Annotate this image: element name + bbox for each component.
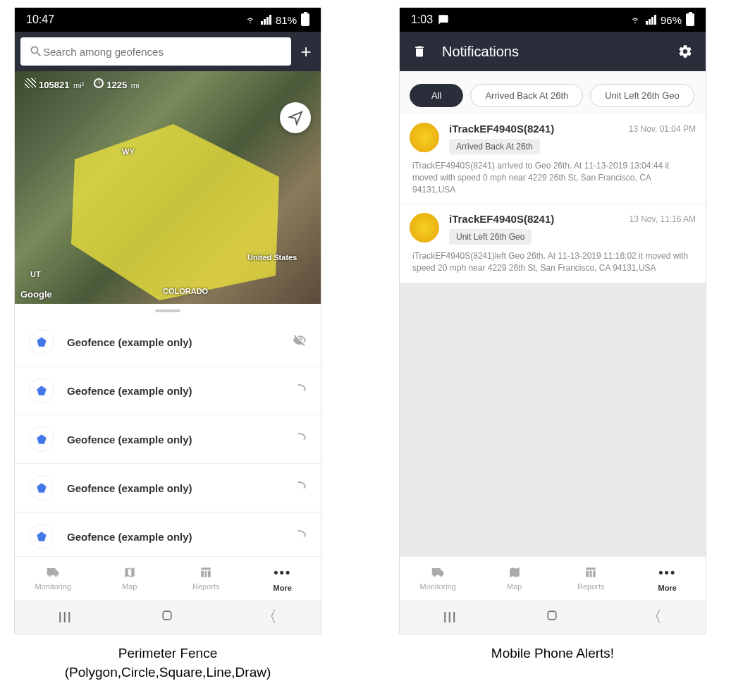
map-google: Google <box>20 289 52 300</box>
svg-rect-8 <box>548 611 556 620</box>
gear-icon[interactable] <box>677 44 693 59</box>
geofence-shape-icon <box>29 426 54 452</box>
notification-card[interactable]: iTrackEF4940S(8241)13 Nov, 11:16 AM Unit… <box>400 204 706 283</box>
notification-desc: iTrackEF4940S(8241) arrived to Geo 26th.… <box>410 160 696 195</box>
search-input[interactable] <box>43 46 283 58</box>
visibility-off-icon[interactable] <box>293 479 307 496</box>
nav-reports[interactable]: Reports <box>553 557 630 600</box>
recent-apps-button[interactable]: ||| <box>59 610 72 623</box>
filter-left[interactable]: Unit Left 26th Geo <box>590 84 694 107</box>
list-item[interactable]: Geofence (example only) <box>15 464 321 512</box>
list-item[interactable]: Geofence (example only) <box>15 415 321 464</box>
map[interactable]: 105821 mi² 1225 mi WY United States COLO… <box>15 71 321 304</box>
drag-handle[interactable] <box>15 304 321 318</box>
nav-monitoring[interactable]: Monitoring <box>15 557 92 600</box>
svg-marker-1 <box>37 337 46 346</box>
caption-right: Mobile Phone Alerts! <box>399 644 706 663</box>
table-icon <box>583 566 598 579</box>
page-title: Notifications <box>442 44 677 60</box>
van-icon <box>44 566 61 579</box>
svg-marker-4 <box>37 483 46 492</box>
filter-bar: All Arrived Back At 26th Unit Left 26th … <box>400 71 706 114</box>
home-button[interactable] <box>160 608 174 625</box>
visibility-off-icon[interactable] <box>293 382 307 399</box>
svg-marker-5 <box>37 532 46 541</box>
system-nav: ||| 〈 <box>400 600 706 634</box>
wifi-icon <box>244 15 257 25</box>
filter-arrived[interactable]: Arrived Back At 26th <box>470 84 583 107</box>
geofence-shape-icon <box>29 329 54 355</box>
notification-tag: Arrived Back At 26th <box>449 139 540 154</box>
nav-monitoring[interactable]: Monitoring <box>400 557 477 600</box>
back-button[interactable]: 〈 <box>262 606 277 627</box>
battery-icon <box>301 13 309 26</box>
nav-more[interactable]: •••More <box>630 557 706 600</box>
battery-icon <box>686 13 694 26</box>
battery-percent: 96% <box>661 14 682 26</box>
geofence-polygon <box>61 121 293 304</box>
more-icon: ••• <box>274 565 291 580</box>
notifications-header: Notifications <box>400 32 706 71</box>
system-nav: ||| 〈 <box>15 600 321 634</box>
list-item[interactable]: Geofence (example only) <box>15 367 321 415</box>
geofence-shape-icon <box>29 524 54 549</box>
trash-icon[interactable] <box>412 44 426 59</box>
status-time: 1:03 <box>411 13 433 26</box>
geofence-shape-icon <box>29 475 54 501</box>
visibility-off-icon[interactable] <box>293 528 307 545</box>
svg-marker-2 <box>37 386 46 395</box>
back-button[interactable]: 〈 <box>646 606 662 627</box>
status-time: 10:47 <box>26 13 54 26</box>
svg-marker-3 <box>37 434 46 443</box>
notification-card[interactable]: iTrackEF4940S(8241)13 Nov, 01:04 PM Arri… <box>400 114 706 204</box>
bottom-nav: Monitoring Map Reports •••More <box>400 556 706 600</box>
home-button[interactable] <box>545 608 559 625</box>
signal-icon <box>646 15 656 25</box>
status-bar: 10:47 81% <box>15 8 321 32</box>
phone-notifications: 1:03 96% Notifications All Arrived Back … <box>399 7 706 634</box>
geofence-shape-icon <box>29 378 54 403</box>
phone-geofences: 10:47 81% + 105821 mi² 1225 mi <box>14 7 321 634</box>
battery-percent: 81% <box>276 14 297 26</box>
notification-tag: Unit Left 26th Geo <box>449 229 532 245</box>
map-icon <box>507 566 522 579</box>
recent-apps-button[interactable]: ||| <box>443 610 457 623</box>
more-icon: ••• <box>658 565 676 580</box>
notifications-list: iTrackEF4940S(8241)13 Nov, 01:04 PM Arri… <box>400 114 706 556</box>
notification-desc: iTrackEF4940S(8241)left Geo 26th. At 11-… <box>410 250 696 274</box>
status-bar: 1:03 96% <box>400 8 706 32</box>
search-header: + <box>15 32 321 71</box>
filter-all[interactable]: All <box>410 84 463 107</box>
van-icon <box>429 566 446 579</box>
geofence-list: Geofence (example only) Geofence (exampl… <box>15 318 321 556</box>
svg-rect-7 <box>163 611 171 620</box>
visibility-off-icon[interactable] <box>293 431 307 448</box>
nav-map[interactable]: Map <box>92 557 168 600</box>
list-item[interactable]: Geofence (example only) <box>15 318 321 367</box>
vehicle-icon <box>410 213 439 242</box>
nav-reports[interactable]: Reports <box>168 557 245 600</box>
map-metrics: 105821 mi² 1225 mi <box>25 78 139 90</box>
signal-icon <box>261 15 271 25</box>
map-label-us: United States <box>247 253 297 262</box>
wifi-icon <box>629 15 641 25</box>
nav-more[interactable]: •••More <box>245 557 321 600</box>
list-item[interactable]: Geofence (example only) <box>15 512 321 556</box>
map-label-ut: UT <box>30 270 41 278</box>
caption-left: Perimeter Fence(Polygon,Circle,Square,Li… <box>14 644 321 682</box>
map-icon <box>122 566 137 579</box>
add-button[interactable]: + <box>297 42 315 61</box>
bottom-nav: Monitoring Map Reports •••More <box>15 556 321 600</box>
perimeter-icon <box>94 78 104 88</box>
map-label-co: COLORADO <box>163 287 208 295</box>
search-box[interactable] <box>20 37 291 66</box>
map-label-wy: WY <box>122 147 135 156</box>
vehicle-icon <box>410 123 439 152</box>
nav-map[interactable]: Map <box>477 557 553 600</box>
visibility-off-icon[interactable] <box>293 333 307 350</box>
svg-marker-0 <box>71 124 279 300</box>
message-icon <box>437 14 450 25</box>
area-icon <box>25 78 36 88</box>
search-icon <box>29 44 43 59</box>
table-icon <box>198 566 214 579</box>
